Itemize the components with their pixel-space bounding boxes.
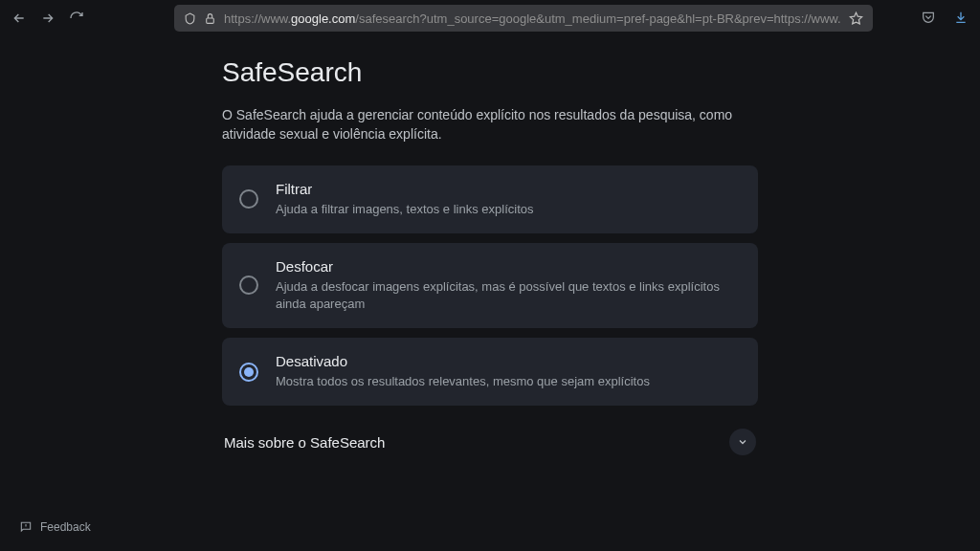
url-bar[interactable]: https://www.google.com/safesearch?utm_so… [174, 5, 873, 32]
option-title: Desativado [276, 353, 741, 369]
radio-filter[interactable] [239, 189, 258, 209]
page-description: O SafeSearch ajuda a gerenciar conteúdo … [222, 105, 758, 144]
option-desc: Mostra todos os resultados relevantes, m… [276, 373, 741, 390]
url-text: https://www.google.com/safesearch?utm_so… [224, 11, 841, 26]
feedback-label: Feedback [40, 520, 91, 534]
download-icon[interactable] [953, 10, 969, 29]
more-about-safesearch[interactable]: Mais sobre o SafeSearch [222, 415, 758, 469]
page-content: SafeSearch O SafeSearch ajuda a gerencia… [0, 36, 980, 469]
option-off[interactable]: Desativado Mostra todos os resultados re… [222, 338, 758, 406]
radio-off[interactable] [239, 363, 258, 382]
browser-toolbar: https://www.google.com/safesearch?utm_so… [0, 0, 980, 36]
option-title: Desfocar [276, 258, 741, 275]
chevron-down-icon[interactable] [729, 429, 756, 455]
feedback-icon [19, 520, 33, 534]
reload-button[interactable] [69, 11, 84, 26]
back-button[interactable] [11, 11, 27, 26]
option-blur[interactable]: Desfocar Ajuda a desfocar imagens explíc… [222, 243, 758, 328]
option-desc: Ajuda a desfocar imagens explícitas, mas… [276, 278, 741, 313]
lock-icon [204, 12, 216, 25]
forward-button[interactable] [40, 11, 56, 26]
feedback-button[interactable]: Feedback [19, 520, 91, 534]
pocket-icon[interactable] [921, 10, 936, 29]
option-desc: Ajuda a filtrar imagens, textos e links … [276, 201, 741, 218]
option-title: Filtrar [276, 181, 741, 197]
browser-right-icons [921, 10, 969, 29]
expand-label: Mais sobre o SafeSearch [224, 434, 385, 451]
bookmark-star-icon[interactable] [849, 11, 863, 26]
radio-blur[interactable] [239, 276, 258, 295]
svg-rect-0 [207, 17, 214, 22]
option-filter[interactable]: Filtrar Ajuda a filtrar imagens, textos … [222, 165, 758, 233]
page-title: SafeSearch [222, 57, 758, 88]
shield-icon [184, 12, 196, 25]
